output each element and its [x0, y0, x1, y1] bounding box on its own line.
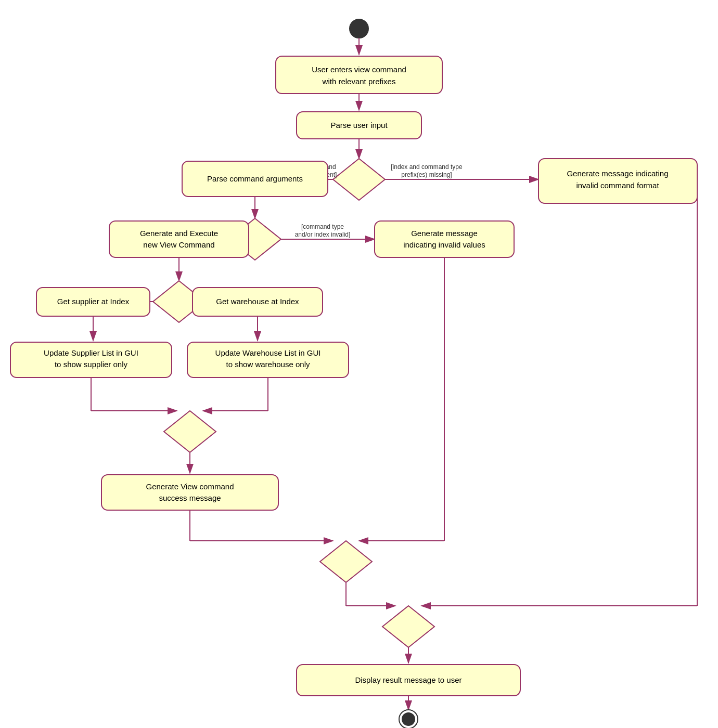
parse-input-text: Parse user input	[330, 121, 388, 129]
gen-invalid-format-text: Generate message indicating	[567, 169, 668, 178]
update-supplier-text2: to show supplier only	[55, 360, 128, 369]
gen-success-text2: success message	[159, 493, 221, 502]
gen-exec-text2: new View Command	[143, 240, 214, 249]
parse-args-text: Parse command arguments	[207, 174, 303, 183]
get-supplier-text: Get supplier at Index	[57, 297, 130, 306]
label-prefix-missing: [index and command type	[391, 163, 463, 171]
diamond-merge1	[164, 411, 216, 452]
diamond-merge2	[320, 541, 372, 582]
gen-invalid-values-text: Generate message	[411, 229, 478, 238]
display-result-text: Display result message to user	[355, 675, 461, 684]
label-prefix-missing2: prefix(es) missing]	[401, 171, 452, 178]
gen-exec-box	[109, 221, 249, 257]
gen-invalid-values-text2: indicating invalid values	[403, 240, 485, 249]
gen-success-box	[101, 475, 278, 510]
gen-exec-text: Generate and Execute	[140, 229, 218, 238]
gen-invalid-values-box	[375, 221, 514, 257]
update-warehouse-text: Update Warehouse List in GUI	[215, 348, 321, 357]
end-node-inner	[402, 713, 415, 725]
get-warehouse-text: Get warehouse at Index	[216, 297, 299, 306]
label-type-invalid: [command type	[301, 223, 344, 230]
label-type-invalid2: and/or index invalid]	[295, 231, 351, 238]
update-supplier-text: Update Supplier List in GUI	[44, 348, 138, 357]
user-enters-box	[276, 56, 442, 94]
gen-invalid-format-text2: invalid command format	[576, 181, 659, 190]
update-warehouse-text2: to show warehouse only	[226, 360, 310, 369]
start-node	[350, 19, 368, 38]
diamond-merge3	[382, 606, 434, 647]
gen-success-text: Generate View command	[146, 482, 234, 491]
user-enters-text2: with relevant prefixes	[322, 77, 396, 86]
diamond-prefix-check	[333, 159, 385, 200]
user-enters-text: User enters view command	[312, 65, 406, 74]
